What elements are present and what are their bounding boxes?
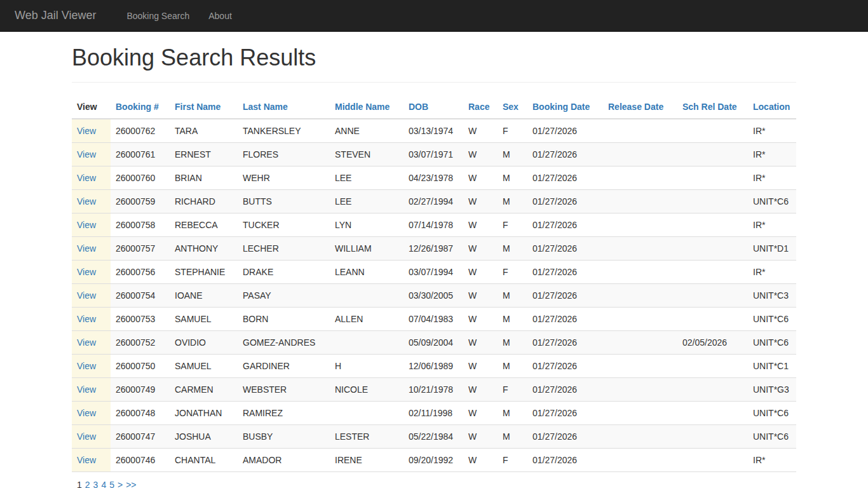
cell-sex: M xyxy=(498,166,527,189)
sort-link-first-name[interactable]: First Name xyxy=(175,102,220,112)
cell-race: W xyxy=(463,260,498,283)
cell-booking-number: 26000752 xyxy=(111,330,170,354)
pagination-page-2[interactable]: 2 xyxy=(85,480,90,488)
cell-first-name: ANTHONY xyxy=(170,236,238,260)
cell-release-date xyxy=(603,119,677,143)
cell-sch-rel-date xyxy=(677,260,748,283)
cell-sch-rel-date xyxy=(677,401,748,424)
column-header-view: View xyxy=(72,95,111,119)
cell-race: W xyxy=(463,119,498,143)
cell-first-name: OVIDIO xyxy=(170,330,238,354)
sort-link-location[interactable]: Location xyxy=(753,102,790,112)
pagination-page-5[interactable]: 5 xyxy=(109,480,114,488)
view-link[interactable]: View xyxy=(77,243,96,254)
view-link[interactable]: View xyxy=(77,337,96,348)
cell-sex: F xyxy=(498,377,527,401)
cell-booking-date: 01/27/2026 xyxy=(527,213,603,236)
cell-middle-name: LEANN xyxy=(330,260,403,283)
cell-booking-date: 01/27/2026 xyxy=(527,189,603,213)
cell-location: UNIT*C6 xyxy=(748,307,796,330)
cell-race: W xyxy=(463,189,498,213)
cell-sex: M xyxy=(498,330,527,354)
cell-dob: 03/30/2005 xyxy=(403,283,463,307)
nav-item-booking-search[interactable]: Booking Search xyxy=(117,0,199,32)
navbar-brand[interactable]: Web Jail Viewer xyxy=(15,0,105,31)
view-link[interactable]: View xyxy=(77,290,96,301)
cell-first-name: SAMUEL xyxy=(170,307,238,330)
cell-sex: M xyxy=(498,142,527,166)
sort-link-release-date[interactable]: Release Date xyxy=(608,102,663,112)
navbar-nav: Booking Search About xyxy=(117,0,241,31)
sort-link-race[interactable]: Race xyxy=(468,102,489,112)
view-cell: View xyxy=(72,401,111,424)
cell-race: W xyxy=(463,354,498,377)
cell-race: W xyxy=(463,236,498,260)
cell-booking-number: 26000762 xyxy=(111,119,170,143)
cell-first-name: REBECCA xyxy=(170,213,238,236)
cell-booking-number: 26000761 xyxy=(111,142,170,166)
view-link[interactable]: View xyxy=(77,455,96,465)
cell-location: IR* xyxy=(748,448,796,471)
view-cell: View xyxy=(72,283,111,307)
sort-link-sex[interactable]: Sex xyxy=(503,102,519,112)
cell-release-date xyxy=(603,307,677,330)
cell-dob: 04/23/1978 xyxy=(403,166,463,189)
pagination-next[interactable]: > xyxy=(118,480,123,488)
table-row: View 26000753 SAMUEL BORN ALLEN 07/04/19… xyxy=(72,307,796,330)
cell-booking-number: 26000760 xyxy=(111,166,170,189)
page-header: Booking Search Results xyxy=(72,45,796,83)
view-link[interactable]: View xyxy=(77,314,96,324)
view-link[interactable]: View xyxy=(77,173,96,183)
view-link[interactable]: View xyxy=(77,431,96,442)
cell-location: UNIT*C6 xyxy=(748,424,796,448)
view-link[interactable]: View xyxy=(77,361,96,371)
pagination-page-3[interactable]: 3 xyxy=(93,480,98,488)
cell-sch-rel-date xyxy=(677,283,748,307)
cell-last-name: PASAY xyxy=(238,283,330,307)
cell-middle-name: WILLIAM xyxy=(330,236,403,260)
cell-first-name: SAMUEL xyxy=(170,354,238,377)
cell-booking-number: 26000748 xyxy=(111,401,170,424)
cell-dob: 03/07/1971 xyxy=(403,142,463,166)
cell-first-name: RICHARD xyxy=(170,189,238,213)
sort-link-middle-name[interactable]: Middle Name xyxy=(335,102,390,112)
cell-location: UNIT*G3 xyxy=(748,377,796,401)
cell-booking-date: 01/27/2026 xyxy=(527,377,603,401)
cell-location: UNIT*C1 xyxy=(748,354,796,377)
view-link[interactable]: View xyxy=(77,149,96,159)
sort-link-sch-rel-date[interactable]: Sch Rel Date xyxy=(682,102,737,112)
cell-sex: M xyxy=(498,354,527,377)
view-link[interactable]: View xyxy=(77,126,96,136)
nav-item-about[interactable]: About xyxy=(199,0,241,32)
cell-sex: F xyxy=(498,213,527,236)
table-row: View 26000756 STEPHANIE DRAKE LEANN 03/0… xyxy=(72,260,796,283)
table-row: View 26000759 RICHARD BUTTS LEE 02/27/19… xyxy=(72,189,796,213)
booking-results-table: View Booking # First Name Last Name Midd… xyxy=(72,95,796,472)
cell-sch-rel-date: 02/05/2026 xyxy=(677,330,748,354)
cell-sch-rel-date xyxy=(677,236,748,260)
view-cell: View xyxy=(72,236,111,260)
cell-sex: M xyxy=(498,401,527,424)
pagination-page-4[interactable]: 4 xyxy=(101,480,106,488)
cell-race: W xyxy=(463,213,498,236)
view-link[interactable]: View xyxy=(77,220,96,230)
sort-link-dob[interactable]: DOB xyxy=(409,102,428,112)
pagination-last[interactable]: >> xyxy=(126,480,136,488)
view-link[interactable]: View xyxy=(77,267,96,277)
cell-booking-number: 26000750 xyxy=(111,354,170,377)
cell-first-name: JOSHUA xyxy=(170,424,238,448)
cell-sch-rel-date xyxy=(677,448,748,471)
view-cell: View xyxy=(72,260,111,283)
view-link[interactable]: View xyxy=(77,384,96,395)
view-link[interactable]: View xyxy=(77,196,96,207)
cell-last-name: FLORES xyxy=(238,142,330,166)
cell-first-name: CHANTAL xyxy=(170,448,238,471)
sort-link-booking-date[interactable]: Booking Date xyxy=(532,102,590,112)
cell-booking-date: 01/27/2026 xyxy=(527,330,603,354)
sort-link-last-name[interactable]: Last Name xyxy=(243,102,288,112)
cell-sch-rel-date xyxy=(677,166,748,189)
cell-booking-number: 26000757 xyxy=(111,236,170,260)
sort-link-booking-number[interactable]: Booking # xyxy=(116,102,159,112)
view-link[interactable]: View xyxy=(77,408,96,418)
cell-sch-rel-date xyxy=(677,213,748,236)
